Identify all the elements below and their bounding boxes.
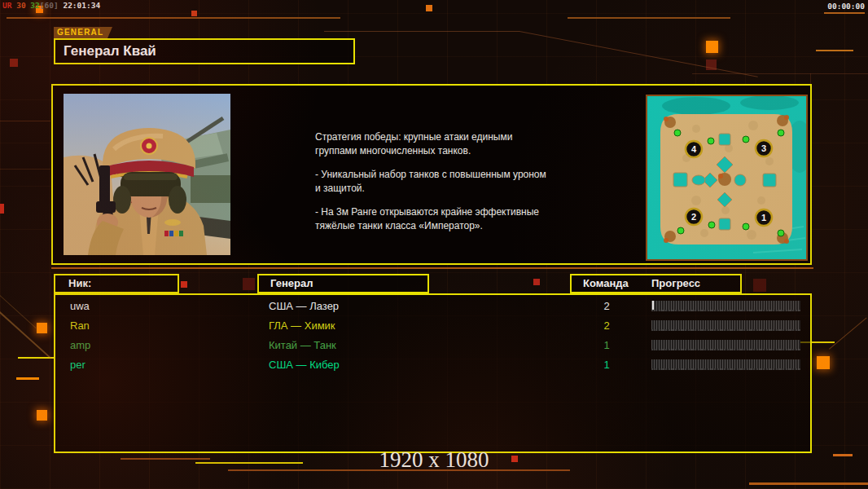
general-info-panel: Стратегия победы: крупные атаки едиными … [51, 84, 812, 265]
player-team: 1 [586, 336, 627, 355]
map-start-position: 1 [756, 209, 772, 226]
player-nick: uwa [70, 297, 90, 316]
description-paragraph: - На 3м Ранге открываются крайне эффекти… [315, 205, 584, 232]
player-general: Китай — Танк [269, 336, 336, 355]
player-general: США — Лазер [269, 297, 339, 316]
fps-part: UR [2, 1, 16, 10]
fps-overlay: UR 30 32[60] 22:01:34 [2, 1, 100, 10]
player-general: ГЛА — Химик [269, 316, 335, 336]
general-tab-label: GENERAL [54, 27, 112, 38]
description-paragraph: - Уникальный набор танков с повышенным у… [315, 168, 584, 195]
svg-text:4: 4 [691, 144, 697, 154]
decor-trace [692, 73, 868, 74]
progress-cursor [652, 301, 654, 310]
progress-header-label: Прогресс [651, 275, 700, 292]
general-description: Стратегия победы: крупные атаки едиными … [315, 130, 584, 243]
decor-line [51, 267, 813, 269]
fps-clock: 22:01:34 [63, 1, 100, 10]
player-nick: amp [70, 336, 90, 355]
team-header-label: Команда [583, 275, 629, 292]
resolution-label: 1920 x 1080 [0, 447, 868, 473]
decor-square [243, 278, 255, 290]
player-team: 2 [586, 297, 627, 316]
decor-trace [519, 31, 758, 77]
map-start-position: 4 [686, 141, 702, 157]
player-nick: Ran [70, 316, 90, 336]
decor-square [37, 410, 47, 421]
player-row: amp Китай — Танк 1 [55, 336, 810, 355]
decor-trace [829, 317, 867, 349]
decor-trace [0, 295, 37, 328]
description-paragraph: Стратегия победы: крупные атаки едиными … [315, 130, 584, 157]
nick-header-label: Ник: [68, 275, 91, 292]
map-illustration: 4 3 2 1 [647, 96, 806, 259]
map-start-position: 3 [756, 140, 772, 156]
player-team: 1 [586, 355, 627, 375]
column-header-general: Генерал [257, 274, 429, 293]
players-table: uwa США — Лазер 2 Ran ГЛА — Химик 2 amp … [54, 293, 812, 453]
game-timer: 00:00:00 [809, 2, 865, 11]
player-team: 2 [586, 316, 627, 336]
decor-square [37, 323, 47, 333]
player-general: США — Кибер [269, 355, 340, 375]
decor-line [824, 12, 865, 14]
decor-square [191, 11, 197, 16]
decor-square [181, 281, 187, 288]
decor-square [10, 59, 18, 67]
general-title-box: Генерал Квай [54, 38, 355, 64]
decor-square [753, 279, 766, 292]
decor-line [568, 17, 730, 19]
decor-square [533, 279, 540, 285]
decor-line [749, 482, 868, 485]
loading-progress-bar [651, 301, 800, 311]
decor-square [706, 41, 718, 53]
decor-line [16, 377, 39, 380]
decor-trace [324, 31, 519, 32]
decor-square [817, 356, 830, 369]
loading-progress-bar [651, 320, 800, 331]
fps-part: [60] [40, 1, 64, 10]
page-title: Генерал Квай [55, 40, 353, 63]
player-row: per США — Кибер 1 [55, 355, 810, 375]
lobby-loading-screen: UR 30 32[60] 22:01:34 00:00:00 GENERAL Г… [0, 0, 868, 489]
loading-progress-bar [651, 340, 800, 350]
svg-text:3: 3 [761, 143, 766, 153]
fps-part: 32 [30, 1, 39, 10]
player-row: Ran ГЛА — Химик 2 [55, 316, 810, 336]
player-nick: per [70, 355, 85, 375]
map-preview: 4 3 2 1 [646, 95, 808, 261]
general-portrait [64, 94, 230, 255]
decor-line [7, 17, 340, 19]
decor-square [426, 5, 432, 11]
column-header-team-progress: Команда Прогресс [570, 274, 742, 293]
player-row: uwa США — Лазер 2 [55, 297, 810, 316]
loading-progress-bar [651, 359, 800, 370]
svg-text:1: 1 [761, 213, 766, 222]
map-start-position: 2 [686, 209, 702, 225]
decor-square [0, 204, 4, 214]
portrait-illustration [64, 94, 230, 255]
decor-trace [0, 169, 50, 170]
fps-part: 30 [16, 1, 30, 10]
general-header-label: Генерал [270, 275, 313, 292]
decor-trace [0, 121, 50, 121]
decor-line [816, 50, 853, 51]
column-header-nick: Ник: [54, 274, 179, 293]
svg-text:2: 2 [691, 212, 696, 222]
